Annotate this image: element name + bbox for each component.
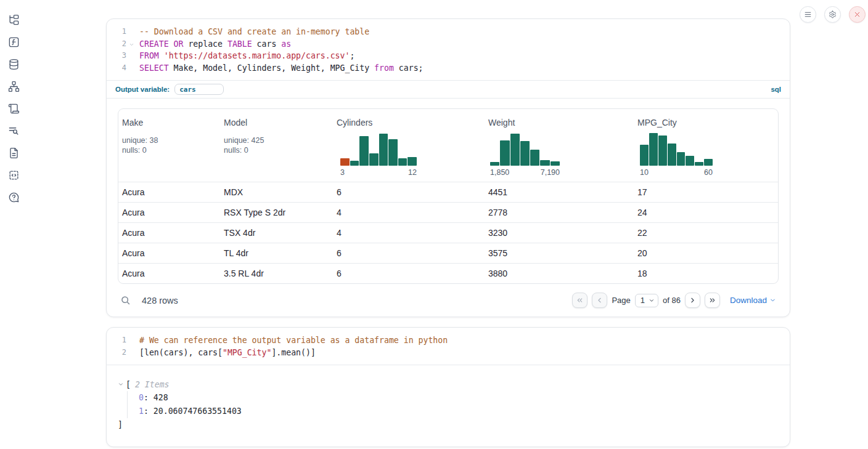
table-cell: Acura [118, 269, 220, 278]
tree-item: 0: 428 [139, 391, 780, 405]
dependency-graph-icon[interactable] [7, 80, 20, 92]
code-line: 1# We can reference the output variable … [112, 334, 781, 347]
page-select[interactable]: 1 [635, 294, 658, 307]
fold-chevron-icon[interactable] [129, 39, 134, 52]
code-token: OR [174, 39, 184, 49]
code-token: -- Download a CSV and create an in-memor… [139, 27, 369, 36]
table-cell: 3.5 RL 4dr [220, 269, 333, 278]
download-button[interactable]: Download [730, 296, 776, 305]
histogram-bar [704, 159, 713, 166]
code-snippets-icon[interactable] [7, 169, 20, 181]
close-icon[interactable] [849, 6, 866, 23]
python-output-area: [2 Items0: 4281: 20.060747663551403] [107, 365, 790, 447]
item-separator: : [144, 407, 154, 416]
table-cell: 24 [634, 208, 778, 217]
column-title: Cylinders [337, 118, 481, 127]
code-token [169, 39, 174, 49]
column-header[interactable]: Cylinders312 [333, 109, 485, 182]
histogram-bar [369, 153, 379, 166]
histogram-bars [490, 131, 560, 166]
null-count: nulls: 0 [224, 145, 329, 155]
column-header[interactable]: Weight1,8507,190 [485, 109, 634, 182]
line-number: 2 [112, 38, 126, 51]
axis-min-label: 10 [640, 168, 649, 177]
first-page-button[interactable] [572, 293, 588, 308]
table-row[interactable]: AcuraRSX Type S 2dr4277824 [118, 202, 778, 222]
histogram-bar [695, 162, 703, 166]
items-count-label: 2 Items [135, 380, 170, 389]
table-row[interactable]: AcuraMDX6445117 [118, 182, 778, 202]
list-search-icon[interactable] [7, 124, 20, 137]
code-token: cars; [394, 63, 424, 73]
sql-code-editor[interactable]: 1-- Download a CSV and create an in-memo… [107, 19, 790, 80]
database-icon[interactable] [7, 58, 20, 70]
table-row[interactable]: AcuraTL 4dr6357520 [118, 243, 778, 263]
column-histogram: 1060 [640, 131, 713, 177]
table-row[interactable]: Acura3.5 RL 4dr6388018 [118, 263, 778, 283]
function-square-icon[interactable] [7, 36, 20, 48]
page-total-label: of 86 [663, 296, 681, 305]
chevron-down-icon [649, 297, 655, 304]
histogram-bar [398, 158, 407, 166]
axis-min-label: 3 [340, 168, 345, 177]
histogram-bar [500, 140, 509, 166]
table-cell: 3575 [485, 248, 634, 258]
table-cell: Acura [118, 208, 220, 217]
histogram-bars [340, 131, 417, 166]
histogram-axis: 1,8507,190 [490, 168, 560, 177]
item-key: 0 [139, 393, 144, 402]
output-variable-input[interactable] [174, 84, 224, 95]
output-variable-label: Output variable: [115, 86, 170, 93]
column-title: Model [224, 118, 329, 127]
histogram-bar [407, 157, 417, 166]
previous-page-button[interactable] [592, 293, 607, 308]
python-code-editor[interactable]: 1# We can reference the output variable … [107, 328, 790, 365]
table-header-row: Makeunique: 38nulls: 0Modelunique: 425nu… [118, 109, 778, 182]
histogram-bar [388, 139, 398, 166]
help-bubble-icon[interactable] [7, 191, 20, 203]
last-page-button[interactable] [705, 293, 720, 308]
histogram-bar [640, 145, 649, 166]
table-cell: 4451 [485, 187, 634, 197]
open-bracket: [ [126, 380, 131, 389]
column-header[interactable]: Modelunique: 425nulls: 0 [220, 109, 333, 182]
document-icon[interactable] [7, 147, 20, 159]
column-header[interactable]: Makeunique: 38nulls: 0 [118, 109, 220, 182]
tree-item: 1: 20.060747663551403 [139, 405, 780, 418]
histogram-bar [490, 162, 499, 166]
file-tree-icon[interactable] [7, 14, 20, 26]
table-cell: 6 [333, 187, 485, 197]
table-cell: Acura [118, 187, 220, 197]
axis-max-label: 7,190 [541, 168, 560, 177]
code-token: Make, Model, Cylinders, Weight, MPG_City [169, 63, 374, 73]
code-token: cars [252, 39, 282, 49]
column-histogram: 1,8507,190 [490, 131, 560, 177]
histogram-bar [520, 141, 530, 166]
search-icon[interactable] [120, 295, 131, 305]
table-row[interactable]: AcuraTSX 4dr4323022 [118, 222, 778, 243]
notebook-area: 1-- Download a CSV and create an in-memo… [106, 18, 790, 447]
code-token: ; [350, 51, 354, 60]
tree-collapse-icon[interactable] [118, 381, 124, 387]
column-header[interactable]: MPG_City1060 [634, 109, 778, 182]
notebook-actions [800, 6, 866, 23]
item-value: 20.060747663551403 [154, 407, 242, 416]
unique-count: unique: 425 [224, 136, 329, 145]
page-label: Page [612, 296, 630, 305]
histogram-bar [510, 134, 520, 166]
code-token: replace [183, 39, 227, 49]
table-cell: 20 [634, 248, 778, 258]
table-cell: 6 [333, 269, 485, 278]
line-number: 4 [112, 62, 126, 75]
code-text: CREATE OR replace TABLE cars as [139, 38, 291, 51]
table-cell: 3230 [485, 228, 634, 238]
next-page-button[interactable] [685, 293, 700, 308]
gear-icon[interactable] [824, 6, 841, 23]
scroll-icon[interactable] [7, 102, 20, 115]
histogram-axis: 312 [340, 168, 417, 177]
histogram-bar [551, 161, 560, 166]
histogram-bar [649, 133, 658, 166]
hamburger-menu-icon[interactable] [800, 6, 816, 23]
table-cell: 6 [333, 248, 485, 258]
sql-cell: 1-- Download a CSV and create an in-memo… [106, 18, 790, 317]
